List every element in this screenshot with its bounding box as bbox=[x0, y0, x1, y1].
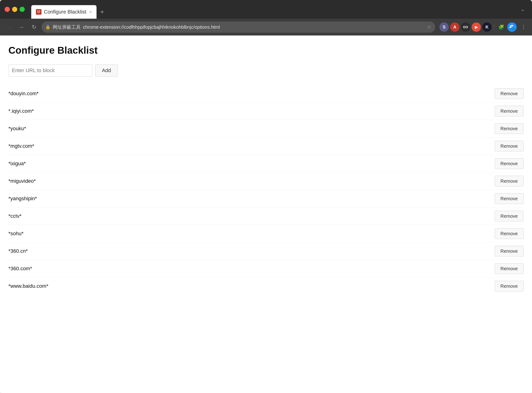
remove-button[interactable]: Remove bbox=[495, 281, 524, 291]
domain-text: *360.com* bbox=[8, 265, 32, 272]
domain-text: *miguvideo* bbox=[8, 178, 36, 184]
blacklist-row: *yangshipin*Remove bbox=[8, 190, 524, 207]
browser-window: 🛡 Configure Blacklist × + ⌄ ← → ↻ 🔒 网址屏蔽… bbox=[0, 0, 532, 393]
minimize-window-button[interactable] bbox=[12, 7, 17, 12]
remove-button[interactable]: Remove bbox=[495, 141, 524, 152]
blacklist-row: *douyin.com*Remove bbox=[8, 85, 524, 103]
new-tab-button[interactable]: + bbox=[97, 5, 107, 19]
tab-bar: 🛡 Configure Blacklist × + bbox=[31, 0, 107, 19]
blacklist-row: *youku*Remove bbox=[8, 120, 524, 138]
domain-text: *douyin.com* bbox=[8, 91, 39, 97]
tab-overflow-button[interactable]: ⌄ bbox=[518, 5, 527, 14]
extension-icon-6[interactable]: 🌊 bbox=[507, 22, 517, 32]
blacklist-row: *miguvideo*Remove bbox=[8, 172, 524, 190]
lock-icon: 🔒 bbox=[45, 25, 50, 30]
address-bar[interactable]: 🔒 网址屏蔽工具 chrome-extension://codlhhppifop… bbox=[42, 21, 435, 33]
extension-icon-2[interactable]: OO bbox=[461, 22, 470, 32]
forward-button[interactable]: → bbox=[16, 22, 27, 32]
blacklist-row: *ixigua*Remove bbox=[8, 155, 524, 172]
reload-button[interactable]: ↻ bbox=[29, 22, 39, 32]
domain-text: *.iqiyi.com* bbox=[8, 108, 34, 114]
domain-text: *ixigua* bbox=[8, 161, 26, 167]
url-input[interactable] bbox=[8, 64, 92, 77]
remove-button[interactable]: Remove bbox=[495, 88, 524, 99]
tab-close-button[interactable]: × bbox=[89, 10, 92, 15]
blacklist-row: *360.cn*Remove bbox=[8, 242, 524, 260]
extension-icon-3[interactable]: ▶ bbox=[472, 22, 481, 32]
site-label: 网址屏蔽工具 bbox=[53, 24, 81, 30]
extension-icon-0[interactable]: S bbox=[439, 22, 449, 32]
back-button[interactable]: ← bbox=[4, 22, 14, 32]
extension-icon-1[interactable]: A bbox=[450, 22, 460, 32]
domain-text: *www.baidu.com* bbox=[8, 283, 48, 289]
domain-text: *yangshipin* bbox=[8, 196, 37, 202]
domain-text: *youku* bbox=[8, 126, 26, 132]
page-title: Configure Blacklist bbox=[8, 45, 524, 56]
remove-button[interactable]: Remove bbox=[495, 263, 524, 274]
blacklist-list: *douyin.com*Remove*.iqiyi.com*Remove*you… bbox=[8, 85, 524, 295]
remove-button[interactable]: Remove bbox=[495, 211, 524, 221]
active-tab[interactable]: 🛡 Configure Blacklist × bbox=[31, 5, 96, 19]
remove-button[interactable]: Remove bbox=[495, 158, 524, 169]
domain-text: *cctv* bbox=[8, 213, 21, 219]
blacklist-row: *360.com*Remove bbox=[8, 260, 524, 277]
maximize-window-button[interactable] bbox=[19, 7, 25, 12]
remove-button[interactable]: Remove bbox=[495, 246, 524, 256]
blacklist-row: *sohu*Remove bbox=[8, 225, 524, 242]
blacklist-row: *mgtv.com*Remove bbox=[8, 138, 524, 155]
add-url-form: Add bbox=[8, 64, 524, 77]
blacklist-row: *cctv*Remove bbox=[8, 207, 524, 225]
extensions-divider bbox=[494, 24, 494, 30]
remove-button[interactable]: Remove bbox=[495, 228, 524, 239]
blacklist-row: *www.baidu.com*Remove bbox=[8, 277, 524, 295]
tab-favicon: 🛡 bbox=[36, 9, 42, 15]
domain-text: *mgtv.com* bbox=[8, 143, 34, 149]
address-url: chrome-extension://codlhhppifopjcbajhhik… bbox=[83, 25, 423, 30]
add-url-button[interactable]: Add bbox=[95, 64, 118, 77]
extensions-area: S A OO ▶ K 🧩 🌊 bbox=[439, 22, 517, 32]
remove-button[interactable]: Remove bbox=[495, 193, 524, 204]
domain-text: *sohu* bbox=[8, 231, 24, 237]
browser-menu-button[interactable]: ⋮ bbox=[519, 22, 528, 32]
domain-text: *360.cn* bbox=[8, 248, 28, 254]
nav-bar: ← → ↻ 🔒 网址屏蔽工具 chrome-extension://codlhh… bbox=[0, 19, 532, 35]
remove-button[interactable]: Remove bbox=[495, 106, 524, 117]
tab-title: Configure Blacklist bbox=[44, 9, 86, 15]
remove-button[interactable]: Remove bbox=[495, 176, 524, 187]
page-content: Configure Blacklist Add *douyin.com*Remo… bbox=[0, 35, 532, 393]
extension-icon-4[interactable]: K bbox=[482, 22, 492, 32]
traffic-lights bbox=[5, 7, 25, 12]
extensions-puzzle-icon[interactable]: 🧩 bbox=[497, 22, 506, 32]
remove-button[interactable]: Remove bbox=[495, 123, 524, 134]
bookmark-icon[interactable]: ☆ bbox=[427, 24, 431, 30]
close-window-button[interactable] bbox=[5, 7, 10, 12]
title-bar: 🛡 Configure Blacklist × + ⌄ bbox=[0, 0, 532, 19]
blacklist-row: *.iqiyi.com*Remove bbox=[8, 103, 524, 120]
